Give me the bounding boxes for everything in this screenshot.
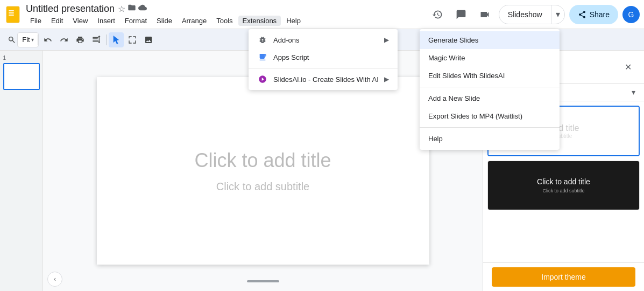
slidesai-label: SlidesAI.io - Create Slides With AI <box>273 75 379 84</box>
apps-script-icon <box>257 53 268 61</box>
extensions-menu: Add-ons ▶ Apps Script SlidesAI.io - Crea… <box>249 29 398 90</box>
submenu-add-new-slide[interactable]: Add a New Slide <box>420 89 560 107</box>
submenu-divider <box>420 87 560 87</box>
add-ons-icon <box>257 36 268 44</box>
apps-script-label: Apps Script <box>273 53 309 61</box>
menu-item-slidesai[interactable]: SlidesAI.io - Create Slides With AI ▶ <box>249 71 398 88</box>
submenu-export-slides[interactable]: Export Slides to MP4 (Waitlist) <box>420 107 560 125</box>
slidesai-arrow-icon: ▶ <box>384 75 389 83</box>
menu-item-apps-script[interactable]: Apps Script <box>249 48 398 66</box>
submenu-generate-slides[interactable]: Generate Slides <box>420 31 560 49</box>
add-ons-arrow-icon: ▶ <box>384 36 389 44</box>
add-ons-label: Add-ons <box>273 36 299 44</box>
submenu-magic-write[interactable]: Magic Write <box>420 49 560 67</box>
slidesai-submenu: Generate Slides Magic Write Edit Slides … <box>420 29 560 150</box>
submenu-divider-2 <box>420 127 560 128</box>
menu-item-add-ons[interactable]: Add-ons ▶ <box>249 31 398 48</box>
slidesai-icon <box>257 75 268 84</box>
submenu-edit-slides[interactable]: Edit Slides With SlidesAI <box>420 67 560 85</box>
ext-menu-divider <box>249 68 398 68</box>
submenu-help[interactable]: Help <box>420 130 560 148</box>
